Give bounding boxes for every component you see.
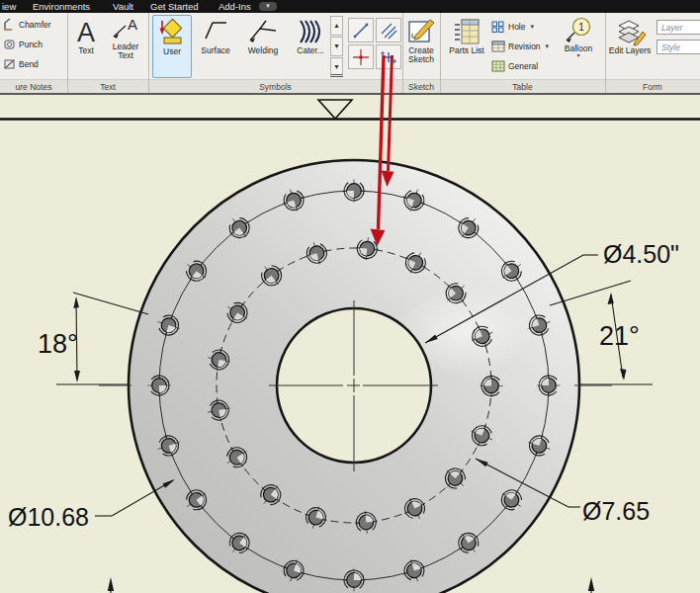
punch-icon bbox=[3, 38, 16, 50]
line-icon bbox=[352, 22, 370, 40]
welding-symbol-icon bbox=[246, 17, 280, 46]
menu-get-started[interactable]: Get Started bbox=[150, 1, 199, 12]
hole-table-button[interactable]: Hole ▾ bbox=[491, 18, 534, 35]
triangle-up-icon: ▲ bbox=[333, 22, 340, 29]
sketch-line-button[interactable] bbox=[348, 18, 374, 42]
triangle-down-icon: ▼ bbox=[333, 42, 340, 49]
general-table-button[interactable]: General bbox=[491, 57, 538, 74]
dropdown-arrow-icon: ▾ bbox=[546, 42, 550, 50]
bend-button[interactable]: Bend bbox=[3, 55, 39, 72]
create-sketch-button[interactable]: Create Sketch bbox=[404, 15, 438, 76]
toolbar-overflow-button[interactable]: ▾ bbox=[259, 2, 277, 11]
menu-environments[interactable]: Environments bbox=[33, 1, 90, 12]
edit-layers-icon bbox=[613, 17, 647, 46]
text-icon: A bbox=[72, 17, 100, 46]
menu-view[interactable]: iew bbox=[2, 1, 16, 12]
triangle-down-icon: ▼ bbox=[333, 63, 340, 70]
dimension-outer-bolt-circle[interactable]: Ø10.68 bbox=[8, 503, 89, 531]
svg-text:A: A bbox=[77, 18, 95, 46]
user-symbol-icon bbox=[157, 18, 187, 47]
revision-table-button[interactable]: Revision ▾ bbox=[491, 38, 549, 54]
crosshair-icon bbox=[352, 48, 370, 66]
panel-label-table: Table bbox=[440, 82, 605, 92]
menu-bar: iew Environments Vault Get Started Add-I… bbox=[0, 0, 700, 13]
inventor-annotate-screen: { "menu_bar": { "items": ["iew", "Enviro… bbox=[0, 0, 700, 593]
welding-symbol-button[interactable]: Welding bbox=[239, 15, 287, 76]
chevron-down-icon: ▾ bbox=[266, 2, 270, 9]
symbols-scroll-down-button[interactable]: ▼ bbox=[330, 37, 343, 56]
user-symbol-button[interactable]: User bbox=[152, 15, 192, 78]
balloon-icon: 1 bbox=[563, 17, 594, 44]
center-mark-button[interactable] bbox=[348, 44, 374, 69]
hatch-icon bbox=[380, 22, 397, 40]
svg-text:1: 1 bbox=[578, 22, 584, 33]
panel-format: Edit Layers Layer Style Form bbox=[605, 13, 700, 93]
parts-list-icon bbox=[453, 17, 481, 46]
chamfer-button[interactable]: Chamfer bbox=[3, 16, 51, 33]
panel-feature-notes: Chamfer Punch Bend ure Notes bbox=[0, 13, 68, 93]
symbols-expand-button[interactable]: ▼ bbox=[330, 57, 343, 77]
revision-table-icon bbox=[491, 40, 505, 52]
hole-table-icon bbox=[491, 20, 505, 33]
dimension-angle-left[interactable]: 18° bbox=[38, 329, 78, 359]
surface-symbol-icon bbox=[200, 17, 231, 46]
centerline-icon bbox=[380, 48, 397, 66]
svg-text:A: A bbox=[128, 17, 137, 33]
dimension-bore-diameter[interactable]: Ø4.50" bbox=[603, 240, 679, 268]
centerline-button[interactable] bbox=[376, 44, 401, 69]
menu-add-ins[interactable]: Add-Ins bbox=[219, 1, 251, 12]
layer-select[interactable]: Layer bbox=[656, 20, 700, 35]
create-sketch-icon bbox=[406, 17, 436, 46]
panel-label-sketch: Sketch bbox=[402, 82, 440, 92]
panel-symbols: User Surface Welding Cater... ▲ ▼ ▼ bbox=[148, 13, 403, 93]
leader-text-button[interactable]: A Leader Text bbox=[105, 15, 146, 76]
panel-table: Parts List Hole ▾ Revision ▾ General bbox=[440, 13, 606, 93]
panel-label-feature-notes: ure Notes bbox=[0, 82, 67, 92]
panel-label-symbols: Symbols bbox=[148, 82, 402, 92]
dimension-angle-right[interactable]: 21° bbox=[599, 321, 640, 351]
dropdown-arrow-icon: ▾ bbox=[557, 53, 600, 57]
style-select[interactable]: Style bbox=[656, 40, 700, 54]
surface-symbol-button[interactable]: Surface bbox=[194, 15, 237, 76]
menu-vault[interactable]: Vault bbox=[113, 1, 133, 12]
panel-text: A Text A Leader Text Text bbox=[67, 13, 149, 93]
balloon-button[interactable]: 1 Balloon ▾ bbox=[557, 15, 600, 76]
panel-label-format: Form bbox=[605, 82, 700, 92]
symbols-scroll-up-button[interactable]: ▲ bbox=[330, 16, 343, 36]
panel-sketch: Create Sketch Sketch bbox=[402, 13, 441, 93]
drawing-canvas: 18° 21° Ø4.50" Ø10.68 Ø7.65 bbox=[0, 95, 700, 593]
punch-button[interactable]: Punch bbox=[3, 36, 43, 52]
panel-label-text: Text bbox=[67, 82, 148, 92]
hatch-fill-button[interactable] bbox=[376, 18, 401, 42]
parts-list-button[interactable]: Parts List bbox=[446, 15, 487, 76]
dropdown-arrow-icon: ▾ bbox=[530, 23, 534, 31]
leader-text-icon: A bbox=[109, 17, 142, 42]
bend-icon bbox=[3, 57, 16, 70]
ribbon: Chamfer Punch Bend ure Notes A Text A bbox=[0, 13, 700, 95]
chamfer-icon bbox=[3, 18, 16, 31]
text-button[interactable]: A Text bbox=[69, 15, 103, 76]
dimension-inner-bolt-circle[interactable]: Ø7.65 bbox=[582, 497, 650, 525]
caterpillar-symbol-icon bbox=[293, 17, 328, 46]
general-table-icon bbox=[491, 59, 505, 72]
caterpillar-symbol-button[interactable]: Cater... bbox=[287, 15, 334, 76]
edit-layers-button[interactable]: Edit Layers bbox=[607, 15, 653, 76]
